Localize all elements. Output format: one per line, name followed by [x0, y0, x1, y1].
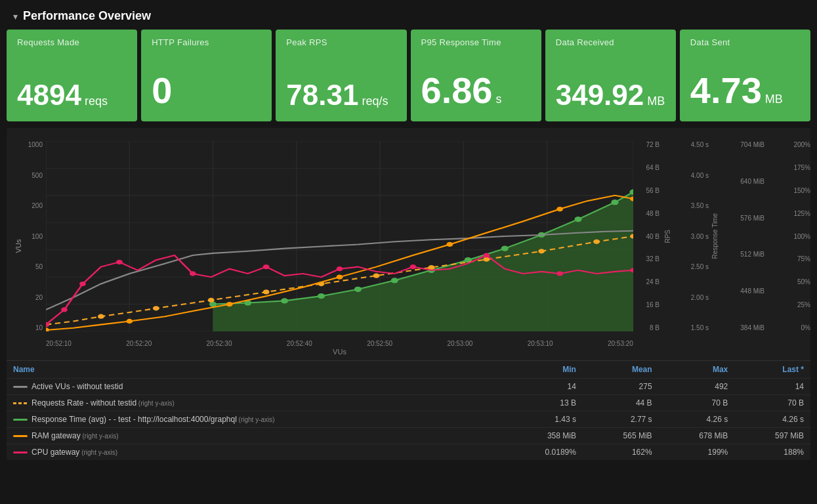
legend-mean: 275 [583, 379, 659, 395]
metric-card-3: P95 Response Time 6.86 s [411, 30, 541, 121]
chart-svg [46, 141, 633, 331]
legend-name: RAM gateway (right y-axis) [7, 428, 503, 444]
svg-point-58 [556, 271, 563, 276]
legend-max: 4.26 s [659, 411, 735, 428]
metric-value-2: 78.31 req/s [286, 79, 396, 111]
legend-min: 0.0189% [503, 444, 583, 461]
col-name: Name [7, 361, 503, 379]
svg-marker-16 [213, 192, 633, 331]
svg-point-53 [190, 271, 196, 276]
svg-point-52 [116, 260, 123, 264]
svg-point-46 [446, 242, 453, 247]
svg-point-45 [337, 275, 343, 280]
chevron-icon: ▾ [13, 11, 18, 22]
svg-point-47 [556, 207, 563, 211]
svg-point-44 [226, 302, 233, 306]
svg-point-34 [263, 289, 270, 294]
metric-label-0: Requests Made [17, 37, 127, 47]
metrics-row: Requests Made 4894 reqs HTTP Failures 0 … [7, 30, 810, 121]
legend-name: CPU gateway (right y-axis) [7, 444, 503, 461]
metric-card-5: Data Sent 4.73 MB [680, 30, 810, 121]
legend-max: 492 [659, 379, 735, 395]
metric-value-0: 4894 reqs [17, 79, 127, 111]
svg-point-43 [126, 319, 133, 324]
metric-label-3: P95 Response Time [421, 37, 531, 47]
metric-label-4: Data Received [556, 37, 665, 47]
metric-card-2: Peak RPS 78.31 req/s [276, 30, 406, 121]
svg-point-27 [575, 217, 582, 222]
col-min: Min [503, 361, 583, 379]
legend-mean: 2.77 s [583, 411, 659, 428]
ram-ticks: 704 MiB 640 MiB 576 MiB 512 MiB 448 MiB … [722, 141, 765, 331]
svg-point-20 [318, 293, 325, 299]
legend-row: Response Time (avg) - - test - http://lo… [7, 411, 810, 428]
col-last: Last * [734, 361, 810, 379]
legend-last: 70 B [734, 395, 810, 411]
legend-last: 188% [734, 444, 810, 461]
legend-max: 678 MiB [659, 428, 735, 444]
svg-point-56 [409, 264, 416, 269]
metric-card-0: Requests Made 4894 reqs [7, 30, 137, 121]
rt-axis-label: Response Time [709, 141, 720, 331]
svg-point-25 [501, 246, 509, 251]
metric-value-5: 4.73 MB [690, 70, 800, 111]
legend-row: CPU gateway (right y-axis) 0.0189% 162% … [7, 444, 810, 461]
rps-ticks: 72 B 64 B 56 B 48 B 40 B 32 B 24 B 16 B … [633, 141, 660, 331]
svg-point-28 [611, 200, 618, 205]
y-ticks-left: 1000 500 200 100 50 20 10 [20, 141, 43, 331]
metric-value-3: 6.86 s [421, 70, 531, 111]
svg-point-19 [281, 298, 288, 303]
svg-point-36 [373, 273, 380, 278]
legend-max: 70 B [659, 395, 735, 411]
svg-point-57 [483, 253, 490, 257]
svg-point-40 [593, 240, 600, 244]
legend-last: 4.26 s [734, 411, 810, 428]
pct-ticks: 200% 175% 150% 125% 100% 75% 50% 25% 0% [779, 141, 810, 331]
legend-name: Active VUs - without testid [7, 379, 503, 395]
metric-value-4: 349.92 MB [556, 79, 665, 111]
col-max: Max [659, 361, 735, 379]
legend-row: RAM gateway (right y-axis) 358 MiB 565 M… [7, 428, 810, 444]
svg-point-51 [79, 282, 86, 286]
metric-value-1: 0 [152, 70, 261, 111]
col-mean: Mean [583, 361, 659, 379]
svg-point-54 [263, 264, 270, 269]
legend-mean: 162% [583, 444, 659, 461]
legend-mean: 565 MiB [583, 428, 659, 444]
chart-section: VUs 1000 500 200 100 50 20 10 [7, 128, 810, 460]
x-axis-label: VUs [46, 346, 633, 356]
legend-min: 14 [503, 379, 583, 395]
rps-axis-label: RPS [662, 141, 673, 331]
legend-min: 1.43 s [503, 411, 583, 428]
page-title: Performance Overview [23, 9, 151, 23]
svg-point-39 [538, 249, 545, 253]
legend-name: Response Time (avg) - - test - http://lo… [7, 411, 503, 428]
metric-label-5: Data Sent [690, 37, 800, 47]
svg-point-31 [98, 314, 104, 319]
legend-min: 358 MiB [503, 428, 583, 444]
legend-name: Requests Rate - without testid (right y-… [7, 395, 503, 411]
svg-point-55 [337, 266, 343, 271]
rt-ticks: 4.50 s 4.00 s 3.50 s 3.00 s 2.50 s 2.00 … [679, 141, 709, 331]
legend-last: 597 MiB [734, 428, 810, 444]
header: ▾ Performance Overview [0, 0, 817, 30]
svg-point-32 [153, 306, 159, 310]
svg-point-21 [354, 287, 362, 292]
svg-point-33 [208, 298, 215, 303]
legend-min: 13 B [503, 395, 583, 411]
metric-card-1: HTTP Failures 0 [141, 30, 272, 121]
legend-table: Name Min Mean Max Last * Active VUs - wi… [7, 360, 810, 460]
svg-point-50 [61, 307, 68, 312]
legend-last: 14 [734, 379, 810, 395]
legend-row: Requests Rate - without testid (right y-… [7, 395, 810, 411]
svg-point-22 [391, 278, 398, 283]
legend-row: Active VUs - without testid 14 275 492 1… [7, 379, 810, 395]
metric-label-2: Peak RPS [286, 37, 396, 47]
metric-card-4: Data Received 349.92 MB [545, 30, 676, 121]
metric-label-1: HTTP Failures [152, 37, 261, 47]
svg-point-42 [46, 327, 49, 331]
legend-mean: 44 B [583, 395, 659, 411]
legend-max: 199% [659, 444, 735, 461]
